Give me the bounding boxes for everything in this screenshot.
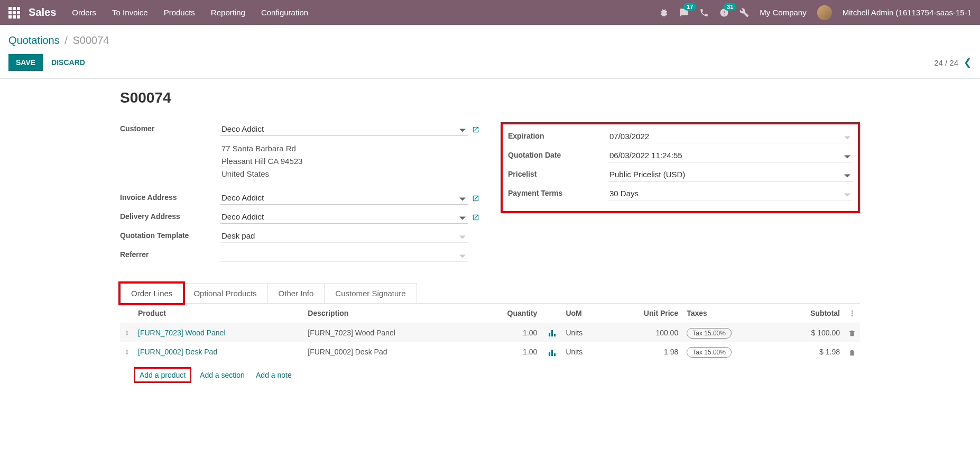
- user-menu[interactable]: Mitchell Admin (16113754-saas-15-1: [843, 8, 972, 17]
- customer-label: Customer: [120, 122, 220, 133]
- add-section-link[interactable]: Add a section: [200, 371, 245, 379]
- tab-other-info[interactable]: Other Info: [268, 284, 325, 303]
- tab-order-lines[interactable]: Order Lines: [118, 281, 185, 305]
- description-cell[interactable]: [FURN_7023] Wood Panel: [303, 323, 473, 343]
- app-brand[interactable]: Sales: [29, 6, 56, 19]
- breadcrumb-current: S00074: [72, 34, 109, 46]
- product-link[interactable]: [FURN_0002] Desk Pad: [138, 348, 217, 356]
- quotation-template-label: Quotation Template: [120, 229, 220, 240]
- invoice-address-label: Invoice Address: [120, 191, 220, 202]
- subtotal-cell: $ 100.00: [776, 323, 844, 343]
- messages-badge: 17: [683, 3, 696, 11]
- trash-icon[interactable]: [848, 348, 856, 356]
- tab-customer-signature[interactable]: Customer Signature: [325, 284, 416, 303]
- breadcrumb: Quotations / S00074: [8, 34, 972, 47]
- tabs-container: Order Lines Optional Products Other Info…: [120, 283, 860, 388]
- delivery-address-label: Delivery Address: [120, 210, 220, 221]
- nav-reporting[interactable]: Reporting: [211, 8, 245, 17]
- kebab-icon[interactable]: ⋮: [848, 309, 856, 317]
- tab-optional-products[interactable]: Optional Products: [183, 284, 267, 303]
- invoice-address-field[interactable]: [220, 191, 468, 205]
- user-avatar[interactable]: [817, 5, 832, 20]
- col-uom: UoM: [561, 304, 606, 323]
- pricelist-label: Pricelist: [508, 168, 608, 178]
- form-right-col: Expiration Quotation Date Pricelist: [501, 122, 860, 267]
- activities-icon[interactable]: 31: [719, 7, 729, 17]
- order-lines-table: Product Description Quantity UoM Unit Pr…: [120, 303, 860, 388]
- add-row: Add a product Add a section Add a note: [120, 362, 860, 388]
- payment-terms-label: Payment Terms: [508, 187, 608, 197]
- uom-cell[interactable]: Units: [561, 323, 606, 343]
- breadcrumb-sep: /: [64, 34, 68, 46]
- customer-address: 77 Santa Barbara Rd Pleasant Hill CA 945…: [220, 141, 468, 186]
- phone-icon[interactable]: [699, 7, 709, 17]
- table-row[interactable]: ⇕ [FURN_7023] Wood Panel [FURN_7023] Woo…: [120, 323, 860, 343]
- nav-to-invoice[interactable]: To Invoice: [112, 8, 148, 17]
- col-product: Product: [134, 304, 303, 323]
- company-selector[interactable]: My Company: [760, 8, 806, 17]
- tools-icon[interactable]: [739, 7, 749, 17]
- trash-icon[interactable]: [848, 329, 856, 337]
- form-sheet: S00074 Customer 77 Santa Barbara Rd Plea…: [104, 79, 876, 399]
- col-taxes: Taxes: [682, 304, 776, 323]
- quotation-template-field[interactable]: [220, 229, 468, 243]
- referrer-label: Referrer: [120, 248, 220, 259]
- graph-icon[interactable]: [549, 329, 557, 337]
- pager-prev-icon[interactable]: ❮: [964, 57, 972, 68]
- external-link-icon[interactable]: [472, 122, 479, 133]
- tax-chip[interactable]: Tax 15.00%: [687, 328, 732, 339]
- nav-configuration[interactable]: Configuration: [261, 8, 308, 17]
- referrer-field[interactable]: [220, 248, 468, 262]
- table-row[interactable]: ⇕ [FURN_0002] Desk Pad [FURN_0002] Desk …: [120, 342, 860, 361]
- activities-badge: 31: [724, 3, 736, 11]
- tax-chip[interactable]: Tax 15.00%: [687, 347, 732, 358]
- add-note-link[interactable]: Add a note: [256, 371, 292, 379]
- discard-button[interactable]: DISCARD: [51, 58, 85, 67]
- expiration-label: Expiration: [508, 130, 608, 140]
- delivery-address-field[interactable]: [220, 210, 468, 224]
- price-cell[interactable]: 1.98: [606, 342, 682, 361]
- tabs: Order Lines Optional Products Other Info…: [120, 283, 417, 303]
- pager: 24 / 24 ❮: [934, 57, 972, 68]
- col-description: Description: [303, 304, 473, 323]
- drag-handle-icon[interactable]: ⇕: [124, 349, 130, 356]
- form-left-col: Customer 77 Santa Barbara Rd Pleasant Hi…: [120, 122, 479, 267]
- external-link-icon[interactable]: [472, 210, 479, 221]
- apps-icon[interactable]: [8, 7, 20, 19]
- nav-menu: Orders To Invoice Products Reporting Con…: [72, 8, 308, 17]
- nav-products[interactable]: Products: [164, 8, 195, 17]
- col-quantity: Quantity: [474, 304, 542, 323]
- breadcrumb-parent[interactable]: Quotations: [8, 34, 60, 46]
- customer-field[interactable]: [220, 122, 468, 136]
- add-product-link[interactable]: Add a product: [140, 371, 186, 379]
- graph-icon[interactable]: [549, 348, 557, 356]
- record-title: S00074: [120, 89, 860, 106]
- col-subtotal: Subtotal: [776, 304, 844, 323]
- quotation-date-field[interactable]: [608, 149, 853, 162]
- uom-cell[interactable]: Units: [561, 342, 606, 361]
- payment-terms-field[interactable]: [608, 187, 853, 200]
- external-link-icon[interactable]: [472, 191, 479, 202]
- highlight-box-dates: Expiration Quotation Date Pricelist: [501, 122, 860, 213]
- quotation-date-label: Quotation Date: [508, 149, 608, 159]
- qty-cell[interactable]: 1.00: [474, 342, 542, 361]
- nav-orders[interactable]: Orders: [72, 8, 96, 17]
- description-cell[interactable]: [FURN_0002] Desk Pad: [303, 342, 473, 361]
- pager-count: 24 / 24: [934, 58, 958, 67]
- save-button[interactable]: SAVE: [8, 54, 43, 71]
- subtotal-cell: $ 1.98: [776, 342, 844, 361]
- breadcrumb-row: Quotations / S00074: [0, 25, 980, 51]
- drag-handle-icon[interactable]: ⇕: [124, 330, 130, 337]
- bug-icon[interactable]: [659, 7, 669, 17]
- messages-icon[interactable]: 17: [679, 7, 689, 17]
- price-cell[interactable]: 100.00: [606, 323, 682, 343]
- product-link[interactable]: [FURN_7023] Wood Panel: [138, 329, 226, 337]
- top-nav: Sales Orders To Invoice Products Reporti…: [0, 0, 980, 25]
- action-row: SAVE DISCARD 24 / 24 ❮: [0, 51, 980, 79]
- col-unit-price: Unit Price: [606, 304, 682, 323]
- pricelist-field[interactable]: [608, 168, 853, 181]
- qty-cell[interactable]: 1.00: [474, 323, 542, 343]
- expiration-field[interactable]: [608, 130, 853, 143]
